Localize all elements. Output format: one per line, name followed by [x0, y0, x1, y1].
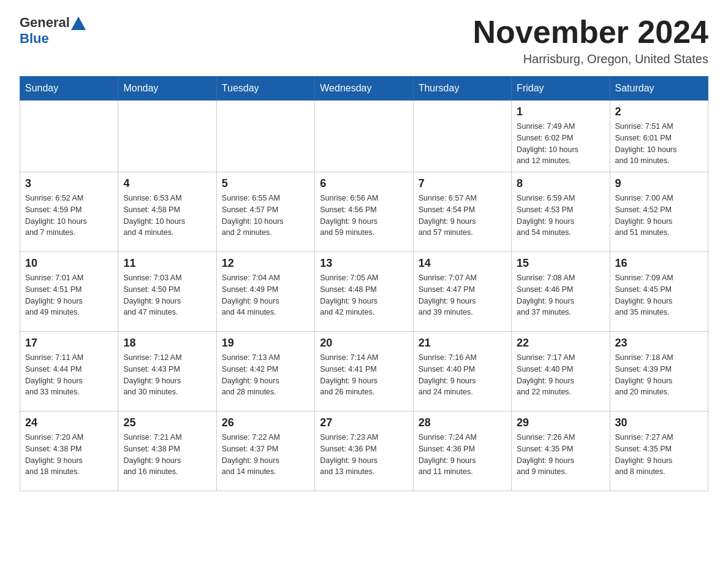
day-number: 15 [517, 257, 604, 270]
day-number: 13 [320, 257, 408, 270]
day-info: Sunrise: 7:01 AMSunset: 4:51 PMDaylight:… [25, 272, 113, 318]
day-number: 20 [320, 337, 408, 350]
day-info: Sunrise: 6:56 AMSunset: 4:56 PMDaylight:… [320, 193, 408, 239]
weekday-header-monday: Monday [118, 77, 216, 101]
calendar-cell: 13Sunrise: 7:05 AMSunset: 4:48 PMDayligh… [315, 252, 413, 332]
calendar-cell: 28Sunrise: 7:24 AMSunset: 4:36 PMDayligh… [413, 412, 511, 491]
calendar-cell: 9Sunrise: 7:00 AMSunset: 4:52 PMDaylight… [610, 172, 708, 252]
day-info: Sunrise: 7:23 AMSunset: 4:36 PMDaylight:… [320, 432, 408, 478]
day-info: Sunrise: 7:05 AMSunset: 4:48 PMDaylight:… [320, 272, 408, 318]
day-info: Sunrise: 6:53 AMSunset: 4:58 PMDaylight:… [123, 193, 211, 239]
day-info: Sunrise: 6:52 AMSunset: 4:59 PMDaylight:… [25, 193, 113, 239]
calendar-week-row: 10Sunrise: 7:01 AMSunset: 4:51 PMDayligh… [20, 252, 708, 332]
weekday-header-tuesday: Tuesday [216, 77, 314, 101]
day-info: Sunrise: 7:11 AMSunset: 4:44 PMDaylight:… [25, 352, 113, 398]
day-number: 27 [320, 416, 408, 429]
calendar-cell: 25Sunrise: 7:21 AMSunset: 4:38 PMDayligh… [118, 412, 216, 491]
calendar-week-row: 17Sunrise: 7:11 AMSunset: 4:44 PMDayligh… [20, 332, 708, 412]
calendar-cell: 8Sunrise: 6:59 AMSunset: 4:53 PMDaylight… [512, 172, 610, 252]
day-number: 19 [222, 337, 309, 350]
calendar-cell [20, 101, 118, 172]
day-number: 4 [123, 177, 211, 190]
day-number: 18 [123, 337, 211, 350]
calendar-week-row: 1Sunrise: 7:49 AMSunset: 6:02 PMDaylight… [20, 101, 708, 172]
calendar-cell [216, 101, 314, 172]
day-info: Sunrise: 6:57 AMSunset: 4:54 PMDaylight:… [419, 193, 506, 239]
day-info: Sunrise: 7:16 AMSunset: 4:40 PMDaylight:… [419, 352, 506, 398]
calendar-cell: 30Sunrise: 7:27 AMSunset: 4:35 PMDayligh… [610, 412, 708, 491]
calendar-cell: 18Sunrise: 7:12 AMSunset: 4:43 PMDayligh… [118, 332, 216, 412]
day-number: 23 [615, 337, 703, 350]
calendar-cell: 3Sunrise: 6:52 AMSunset: 4:59 PMDaylight… [20, 172, 118, 252]
day-info: Sunrise: 7:24 AMSunset: 4:36 PMDaylight:… [419, 432, 506, 478]
day-number: 3 [25, 177, 113, 190]
weekday-header-thursday: Thursday [413, 77, 511, 101]
day-info: Sunrise: 7:49 AMSunset: 6:02 PMDaylight:… [517, 121, 604, 167]
day-info: Sunrise: 6:55 AMSunset: 4:57 PMDaylight:… [222, 193, 309, 239]
day-info: Sunrise: 7:09 AMSunset: 4:45 PMDaylight:… [615, 272, 703, 318]
day-info: Sunrise: 7:07 AMSunset: 4:47 PMDaylight:… [419, 272, 506, 318]
calendar-cell [118, 101, 216, 172]
calendar-table: SundayMondayTuesdayWednesdayThursdayFrid… [20, 76, 708, 491]
day-info: Sunrise: 7:00 AMSunset: 4:52 PMDaylight:… [615, 193, 703, 239]
calendar-week-row: 24Sunrise: 7:20 AMSunset: 4:38 PMDayligh… [20, 412, 708, 491]
calendar-cell: 19Sunrise: 7:13 AMSunset: 4:42 PMDayligh… [216, 332, 314, 412]
day-number: 30 [615, 416, 703, 429]
weekday-header-friday: Friday [512, 77, 610, 101]
calendar-cell: 17Sunrise: 7:11 AMSunset: 4:44 PMDayligh… [20, 332, 118, 412]
day-number: 12 [222, 257, 309, 270]
day-info: Sunrise: 7:12 AMSunset: 4:43 PMDaylight:… [123, 352, 211, 398]
calendar-cell: 26Sunrise: 7:22 AMSunset: 4:37 PMDayligh… [216, 412, 314, 491]
calendar-cell: 11Sunrise: 7:03 AMSunset: 4:50 PMDayligh… [118, 252, 216, 332]
title-area: November 2024 Harrisburg, Oregon, United… [473, 15, 708, 66]
day-number: 17 [25, 337, 113, 350]
day-info: Sunrise: 7:18 AMSunset: 4:39 PMDaylight:… [615, 352, 703, 398]
day-number: 1 [517, 105, 604, 118]
weekday-header-row: SundayMondayTuesdayWednesdayThursdayFrid… [20, 77, 708, 101]
day-info: Sunrise: 7:20 AMSunset: 4:38 PMDaylight:… [25, 432, 113, 478]
day-number: 29 [517, 416, 604, 429]
logo: General Blue [20, 15, 87, 47]
day-number: 5 [222, 177, 309, 190]
day-info: Sunrise: 7:14 AMSunset: 4:41 PMDaylight:… [320, 352, 408, 398]
day-info: Sunrise: 7:03 AMSunset: 4:50 PMDaylight:… [123, 272, 211, 318]
day-number: 7 [419, 177, 506, 190]
calendar-title: November 2024 [473, 15, 708, 50]
calendar-cell: 24Sunrise: 7:20 AMSunset: 4:38 PMDayligh… [20, 412, 118, 491]
logo-blue-text: Blue [20, 31, 49, 47]
calendar-cell: 14Sunrise: 7:07 AMSunset: 4:47 PMDayligh… [413, 252, 511, 332]
day-number: 25 [123, 416, 211, 429]
calendar-cell: 12Sunrise: 7:04 AMSunset: 4:49 PMDayligh… [216, 252, 314, 332]
day-number: 26 [222, 416, 309, 429]
day-number: 10 [25, 257, 113, 270]
day-number: 21 [419, 337, 506, 350]
calendar-cell: 2Sunrise: 7:51 AMSunset: 6:01 PMDaylight… [610, 101, 708, 172]
calendar-cell: 15Sunrise: 7:08 AMSunset: 4:46 PMDayligh… [512, 252, 610, 332]
calendar-cell: 29Sunrise: 7:26 AMSunset: 4:35 PMDayligh… [512, 412, 610, 491]
calendar-cell: 23Sunrise: 7:18 AMSunset: 4:39 PMDayligh… [610, 332, 708, 412]
logo-triangle-icon [71, 17, 86, 30]
day-info: Sunrise: 7:17 AMSunset: 4:40 PMDaylight:… [517, 352, 604, 398]
day-number: 2 [615, 105, 703, 118]
day-info: Sunrise: 6:59 AMSunset: 4:53 PMDaylight:… [517, 193, 604, 239]
calendar-cell: 4Sunrise: 6:53 AMSunset: 4:58 PMDaylight… [118, 172, 216, 252]
day-number: 9 [615, 177, 703, 190]
calendar-cell: 21Sunrise: 7:16 AMSunset: 4:40 PMDayligh… [413, 332, 511, 412]
day-number: 16 [615, 257, 703, 270]
calendar-cell: 20Sunrise: 7:14 AMSunset: 4:41 PMDayligh… [315, 332, 413, 412]
calendar-cell [413, 101, 511, 172]
day-number: 24 [25, 416, 113, 429]
day-number: 14 [419, 257, 506, 270]
weekday-header-wednesday: Wednesday [315, 77, 413, 101]
calendar-cell: 10Sunrise: 7:01 AMSunset: 4:51 PMDayligh… [20, 252, 118, 332]
header: General Blue November 2024 Harrisburg, O… [20, 15, 708, 66]
calendar-subtitle: Harrisburg, Oregon, United States [473, 52, 708, 66]
calendar-cell: 5Sunrise: 6:55 AMSunset: 4:57 PMDaylight… [216, 172, 314, 252]
weekday-header-saturday: Saturday [610, 77, 708, 101]
calendar-cell: 27Sunrise: 7:23 AMSunset: 4:36 PMDayligh… [315, 412, 413, 491]
day-info: Sunrise: 7:27 AMSunset: 4:35 PMDaylight:… [615, 432, 703, 478]
calendar-week-row: 3Sunrise: 6:52 AMSunset: 4:59 PMDaylight… [20, 172, 708, 252]
day-number: 6 [320, 177, 408, 190]
day-info: Sunrise: 7:26 AMSunset: 4:35 PMDaylight:… [517, 432, 604, 478]
day-info: Sunrise: 7:08 AMSunset: 4:46 PMDaylight:… [517, 272, 604, 318]
